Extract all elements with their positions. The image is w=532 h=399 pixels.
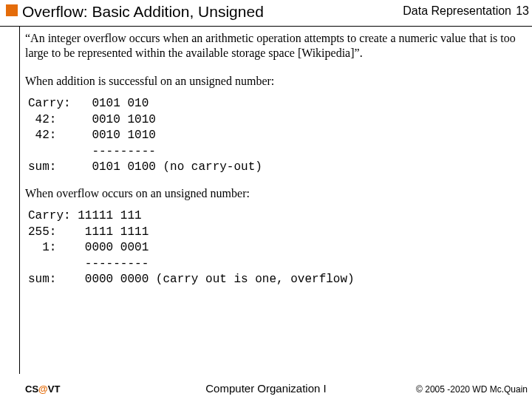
slide-title: Overflow: Basic Addition, Unsigned <box>22 3 264 21</box>
quote-text: “An integer overflow occurs when an arit… <box>25 31 525 61</box>
header: Overflow: Basic Addition, Unsigned Data … <box>0 0 532 27</box>
vertical-rule <box>19 27 20 374</box>
paragraph-overflow: When overflow occurs on an unsigned numb… <box>25 186 525 201</box>
code-block-success: Carry: 0101 010 42: 0010 1010 42: 0010 1… <box>28 96 525 176</box>
footer: CS@VT Computer Organization I © 2005 -20… <box>0 380 532 395</box>
paragraph-success: When addition is successful on an unsign… <box>25 74 525 89</box>
footer-right: © 2005 -2020 WD Mc.Quain <box>416 384 528 395</box>
page-number: 13 <box>516 4 529 18</box>
content-area: “An integer overflow occurs when an arit… <box>25 31 525 299</box>
section-label: Data Representation <box>403 4 511 18</box>
code-block-overflow: Carry: 11111 111 255: 1111 1111 1: 0000 … <box>28 208 525 288</box>
